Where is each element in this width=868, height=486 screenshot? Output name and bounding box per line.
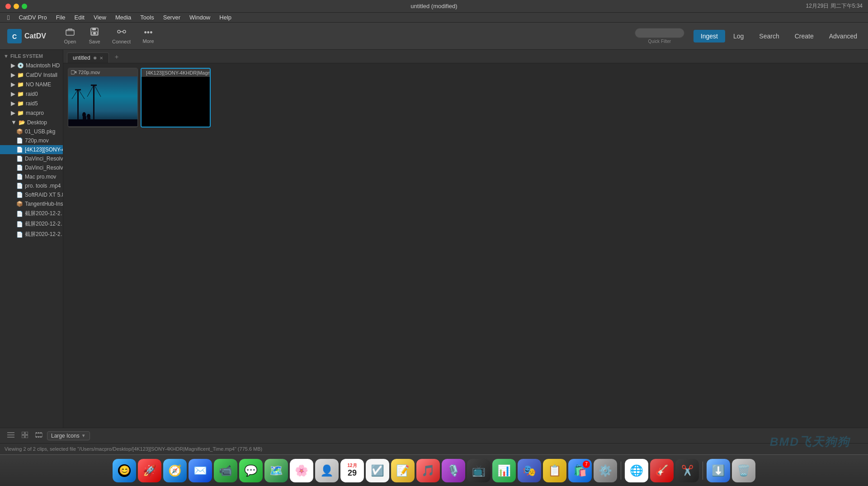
sidebar-item-raid5[interactable]: ▶ 📁 raid5: [0, 99, 63, 108]
dock-mail[interactable]: ✉️: [189, 459, 212, 482]
dock-reminders[interactable]: ☑️: [366, 459, 389, 482]
menu-help[interactable]: Help: [216, 13, 235, 22]
more-button[interactable]: ••• More: [137, 26, 160, 46]
svg-point-8: [123, 30, 126, 33]
sidebar-item-noname[interactable]: ▶ 📁 NO NAME: [0, 80, 63, 89]
dock-systemprefs[interactable]: ⚙️: [594, 459, 617, 482]
quick-filter-input[interactable]: [635, 28, 684, 38]
dock-finalcut[interactable]: ✂️: [675, 459, 699, 482]
sidebar-item-4k123[interactable]: 📄 [4K123][SONY-4: [0, 145, 63, 154]
clip-4k123-thumb: [142, 77, 211, 127]
dock-safari[interactable]: 🧭: [163, 459, 187, 482]
dock-facetime[interactable]: 📹: [214, 459, 237, 482]
quick-filter-area: Quick Filter: [635, 28, 684, 44]
menu-edit[interactable]: Edit: [71, 13, 88, 22]
view-grid-button[interactable]: [19, 430, 31, 441]
view-size-dropdown[interactable]: Large Icons ▼: [47, 431, 90, 440]
sidebar-item-desktop[interactable]: ▼ 📂 Desktop: [0, 118, 63, 127]
svg-rect-25: [68, 119, 138, 126]
sidebar-hdd-icon: 💿: [17, 62, 24, 69]
close-button[interactable]: [5, 4, 11, 9]
save-button[interactable]: Save: [83, 26, 106, 46]
clip-720p[interactable]: 720p.mov: [68, 68, 138, 127]
dock-numbers[interactable]: 📊: [492, 459, 516, 482]
dock-finder[interactable]: 😊: [113, 459, 136, 482]
menu-view[interactable]: View: [90, 13, 110, 22]
view-size-label: Large Icons: [51, 433, 80, 439]
dock-launchpad[interactable]: 🚀: [138, 459, 161, 482]
file-icon2: 📄: [16, 146, 23, 153]
menu-tools[interactable]: Tools: [137, 13, 157, 22]
sidebar-item-softraid[interactable]: 📄 SoftRAID XT 5.8..: [0, 190, 63, 199]
nav-ingest[interactable]: Ingest: [693, 30, 725, 42]
svg-rect-38: [40, 432, 42, 434]
sidebar-item-raid0[interactable]: ▶ 📁 raid0: [0, 89, 63, 99]
dock-chrome[interactable]: 🌐: [625, 459, 648, 482]
dock-scrobbler[interactable]: 🎸: [650, 459, 674, 482]
nav-log[interactable]: Log: [726, 30, 751, 42]
dock-downloads[interactable]: ⬇️: [707, 459, 730, 482]
apple-menu[interactable]: : [4, 14, 13, 21]
sidebar-item-screenshot2[interactable]: 📄 截屏2020-12-2…: [0, 219, 63, 229]
dock-appstore[interactable]: 🛍️ 7: [568, 459, 592, 482]
dock-photos[interactable]: 🌸: [290, 459, 313, 482]
menu-server[interactable]: Server: [160, 13, 184, 22]
svg-point-7: [118, 30, 120, 33]
nav-search[interactable]: Search: [752, 30, 786, 42]
view-filmstrip-button[interactable]: [33, 431, 45, 440]
dock-calendar[interactable]: 12月 29: [340, 459, 364, 482]
sidebar-item-macpro[interactable]: ▶ 📁 macpro: [0, 108, 63, 118]
sidebar-item-macpromov[interactable]: 📄 Mac pro.mov: [0, 172, 63, 181]
dock-podcasts[interactable]: 🎙️: [442, 459, 465, 482]
toolbar: C CatDV Open Save Connect ••• More Quick…: [0, 23, 868, 50]
sidebar-item-screenshot3[interactable]: 📄 截屏2020-12-2…: [0, 229, 63, 240]
sidebar-item-screenshot1[interactable]: 📄 截屏2020-12-2…: [0, 208, 63, 219]
view-list-button[interactable]: [5, 430, 17, 441]
chevron-down-icon2: ▼: [11, 119, 17, 126]
dock-appletv[interactable]: 📺: [467, 459, 491, 482]
statusbar: Viewing 2 of 2 clips, selected file "/Us…: [0, 443, 868, 454]
chevron-icon3: ▶: [11, 90, 15, 97]
file-icon10: 📄: [16, 231, 23, 238]
tab-add[interactable]: ＋: [110, 51, 123, 63]
svg-rect-40: [38, 436, 39, 438]
sidebar-item-macintosh-hd[interactable]: ▶ 💿 Macintosh HD: [0, 61, 63, 70]
sidebar-item-720p[interactable]: 📄 720p.mov: [0, 136, 63, 145]
sidebar-item-davinci2[interactable]: 📄 DaVinci_Resolve_: [0, 163, 63, 172]
tab-close[interactable]: ✕: [99, 56, 103, 61]
sidebar-item-01usb[interactable]: 📦 01_USB.pkg: [0, 127, 63, 136]
open-button[interactable]: Open: [59, 26, 81, 46]
logo-text: CatDV: [24, 32, 46, 40]
menu-file[interactable]: File: [52, 13, 69, 22]
menu-appname[interactable]: CatDV Pro: [15, 13, 50, 22]
sidebar-item-protools[interactable]: 📄 pro. tools .mp4: [0, 181, 63, 190]
dock-messages[interactable]: 💬: [239, 459, 263, 482]
menu-window[interactable]: Window: [186, 13, 214, 22]
maximize-button[interactable]: [22, 4, 27, 9]
menu-media[interactable]: Media: [112, 13, 135, 22]
sidebar-item-tangenthub[interactable]: 📦 TangentHub-Inst: [0, 199, 63, 208]
connect-button[interactable]: Connect: [108, 26, 135, 46]
sidebar-section-header: ▼ FILE SYSTEM: [0, 52, 63, 61]
dock-contacts[interactable]: 👤: [315, 459, 339, 482]
minimize-button[interactable]: [14, 4, 19, 9]
quick-filter-label: Quick Filter: [648, 39, 671, 44]
dock-trash[interactable]: 🗑️: [732, 459, 755, 482]
dock-maps[interactable]: 🗺️: [264, 459, 288, 482]
sidebar-item-catdv-install[interactable]: ▶ 📁 CatDV Install: [0, 70, 63, 80]
appstore-badge: 7: [583, 461, 590, 468]
titlebar-right: 12月29日 周二下午5:34: [806, 2, 863, 10]
dock-keynote[interactable]: 🎭: [518, 459, 541, 482]
nav-create[interactable]: Create: [788, 30, 821, 42]
clip-4k123[interactable]: [4K123][SONY-4KHDR|Magnificent_…: [141, 68, 211, 127]
pkg-icon: 📦: [16, 128, 23, 135]
dock-music[interactable]: 🎵: [416, 459, 440, 482]
dock-stickies[interactable]: 📋: [543, 459, 566, 482]
dock-notes[interactable]: 📝: [391, 459, 415, 482]
sidebar-item-davinci1[interactable]: 📄 DaVinci_Resolve_: [0, 154, 63, 163]
dropdown-arrow-icon: ▼: [81, 433, 86, 438]
nav-advanced[interactable]: Advanced: [822, 30, 864, 42]
file-icon3: 📄: [16, 156, 23, 162]
watermark-text: BMD飞天狗狗: [770, 435, 850, 448]
tab-untitled[interactable]: untitled ✱ ✕: [67, 52, 109, 63]
